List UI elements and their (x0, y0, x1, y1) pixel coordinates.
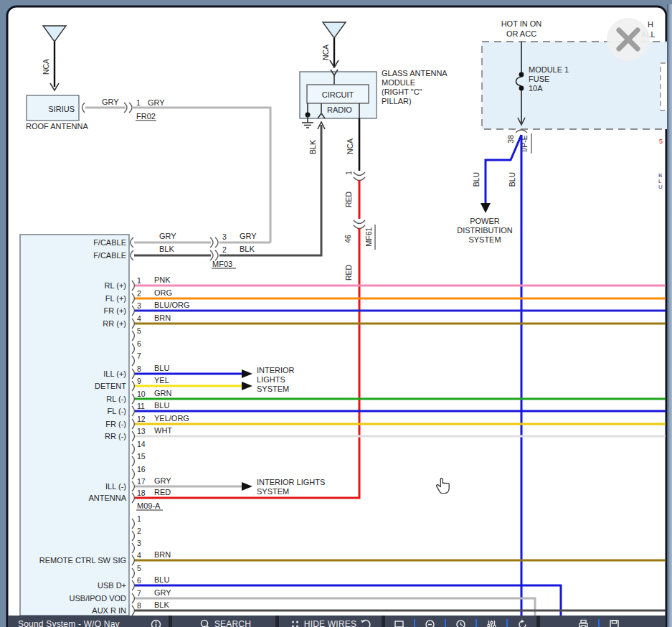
svg-text:13: 13 (137, 427, 146, 435)
pin-number: 2 (222, 245, 227, 254)
svg-text:7: 7 (137, 352, 141, 360)
svg-text:5: 5 (137, 564, 141, 572)
connector-label[interactable]: MF03 (212, 260, 232, 268)
signal-label: FR (-) (105, 420, 126, 428)
svg-text:(RIGHT "C": (RIGHT "C" (382, 88, 422, 96)
zoom-out-icon[interactable] (425, 619, 435, 627)
wire-color-label: GRY (240, 232, 257, 240)
diagram-title-section[interactable]: Sound System - W/O Nav (8, 616, 169, 627)
svg-text:WHT: WHT (154, 426, 172, 435)
svg-text:YEL/ORG: YEL/ORG (154, 414, 189, 423)
wires-dots-icon (290, 619, 300, 627)
signal-label: RL (+) (105, 281, 126, 290)
svg-text:1: 1 (137, 276, 141, 285)
svg-text:DISTRIBUTION: DISTRIBUTION (457, 226, 513, 235)
fuse-label: MODULE 1 (529, 65, 569, 74)
svg-text:ORG: ORG (154, 288, 172, 297)
wire-color-label: BLK (159, 245, 174, 253)
svg-text:18: 18 (137, 489, 146, 497)
svg-text:11: 11 (137, 402, 145, 410)
wire-label: NCA (42, 59, 50, 75)
close-button[interactable] (607, 18, 650, 61)
save-icon[interactable] (609, 619, 620, 627)
connector-label[interactable]: FR02 (136, 112, 156, 121)
svg-text:8: 8 (137, 364, 141, 373)
icon-divider (475, 619, 477, 627)
print-icon[interactable] (578, 619, 589, 627)
refresh-icon[interactable] (517, 619, 528, 627)
svg-text:SYSTEM: SYSTEM (468, 235, 501, 244)
svg-text:5: 5 (659, 138, 663, 145)
undo-icon[interactable] (360, 619, 371, 627)
svg-text:12: 12 (137, 415, 146, 423)
signal-label: RR (-) (105, 432, 126, 440)
signal-label: F/CABLE (93, 238, 126, 247)
wire-label: NCA (321, 44, 330, 60)
svg-text:MODULE: MODULE (382, 78, 415, 87)
wire-label: BLK (308, 140, 317, 154)
svg-text:BLU: BLU (154, 575, 169, 584)
svg-text:17: 17 (137, 477, 146, 486)
svg-text:BLK: BLK (154, 600, 169, 609)
svg-text:2: 2 (137, 289, 141, 298)
wire-color-label: GRY (159, 232, 176, 240)
connector-label[interactable]: MF61 (364, 227, 373, 246)
signal-label: ILL (-) (105, 482, 126, 491)
pin-number: 1 (344, 171, 353, 175)
svg-text:INTERIOR LIGHTS: INTERIOR LIGHTS (257, 478, 325, 486)
svg-text:8: 8 (137, 601, 141, 610)
wire-color-label: BLK (240, 245, 255, 253)
wire-label: NCA (346, 138, 354, 154)
icon-divider (414, 619, 415, 627)
wire-label: BLU (508, 172, 516, 187)
svg-text:6: 6 (137, 576, 141, 585)
view-tools-section (385, 616, 536, 627)
signal-label: F/CABLE (93, 251, 126, 260)
signal-label: ANTENNA (88, 494, 126, 502)
svg-text:BLU: BLU (154, 401, 169, 410)
connector-label[interactable]: M09-A (137, 501, 161, 510)
settings-sliders-icon[interactable] (486, 619, 497, 627)
wire-label: RED (344, 264, 353, 280)
pin-number: 1 (136, 98, 141, 107)
hide-wires-button[interactable]: HIDE WIRES (279, 616, 382, 627)
wire-label: RED (344, 191, 353, 207)
signal-label: FR (+) (104, 306, 126, 315)
signal-label: REMOTE CTRL SW SIG (39, 556, 126, 565)
signal-label: DETENT (95, 382, 126, 390)
signal-label: FL (+) (105, 294, 126, 303)
fit-screen-icon[interactable] (394, 619, 404, 627)
icon-divider (598, 619, 600, 627)
svg-text:5: 5 (137, 326, 141, 335)
svg-text:3: 3 (137, 301, 141, 310)
svg-text:BRN: BRN (154, 550, 171, 559)
svg-text:GRY: GRY (154, 588, 171, 597)
info-icon[interactable] (151, 619, 161, 627)
svg-text:BLU: BLU (154, 364, 169, 372)
bottom-toolbar: Sound System - W/O Nav SEARCH HIDE WIRES (8, 616, 666, 627)
svg-text:PILLAR): PILLAR) (382, 97, 412, 105)
hot-header: HOT IN ON (501, 19, 542, 28)
svg-text:3: 3 (137, 539, 141, 547)
hot-header-right: H (648, 20, 653, 29)
wiring-diagram: NCA SIRIUS ROOF ANTENNA GRY 1 GRY FR02 N… (0, 0, 672, 627)
signal-label: AUX R IN (92, 606, 126, 615)
sirius-caption: ROOF ANTENNA (26, 122, 88, 131)
history-icon[interactable] (455, 619, 466, 627)
svg-text:BRN: BRN (154, 314, 171, 322)
signal-label: ILL (+) (103, 369, 126, 378)
svg-text:6: 6 (137, 339, 141, 348)
radio-pin-label: RADIO (327, 105, 352, 114)
window-right-edge (667, 4, 672, 627)
svg-text:16: 16 (137, 465, 146, 473)
search-icon (200, 619, 211, 627)
svg-text:GRN: GRN (154, 389, 172, 397)
svg-text:RED: RED (154, 488, 171, 496)
pin-number: 3 (222, 232, 227, 241)
hide-wires-label: HIDE WIRES (304, 619, 356, 627)
module-title: GLASS ANTENNA (382, 69, 448, 77)
search-button[interactable]: SEARCH (172, 616, 275, 627)
svg-text:PNK: PNK (154, 275, 171, 284)
svg-text:GRY: GRY (154, 476, 171, 485)
circuit-label: CIRCUIT (322, 90, 354, 99)
